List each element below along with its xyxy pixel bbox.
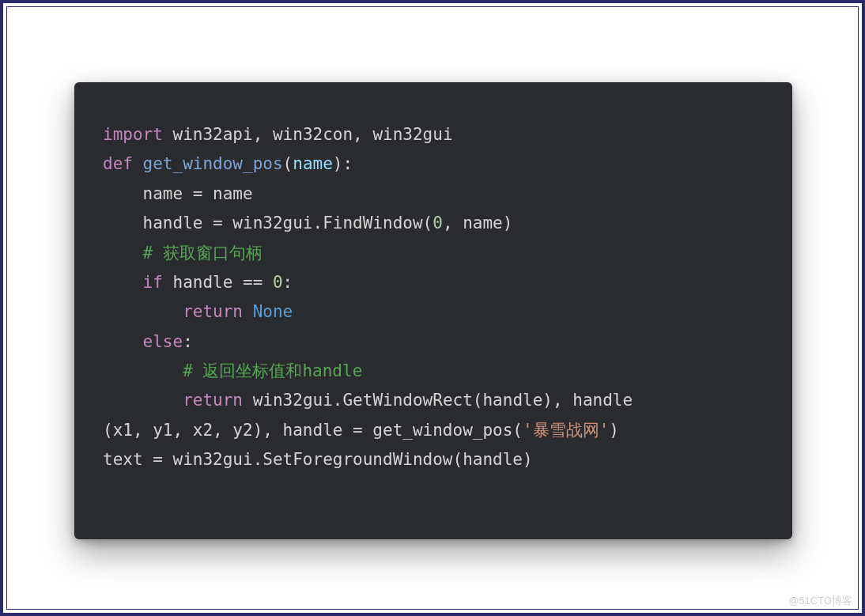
code-block: import win32api, win32con, win32gui def …: [103, 120, 764, 475]
code-token: def: [103, 154, 143, 173]
code-token: import: [103, 125, 173, 144]
code-token: win32gui.GetWindowRect(handle), handle: [253, 391, 633, 410]
code-token: name: [293, 154, 333, 173]
code-token: (x1, y1, x2, y2), handle = get_window_po…: [103, 421, 523, 440]
code-token: 0: [432, 214, 443, 232]
code-token: ): [609, 421, 619, 440]
code-token: :: [283, 273, 293, 292]
code-token: # 返回坐标值和handle: [183, 361, 362, 380]
code-token: [103, 244, 143, 263]
code-token: # 获取窗口句柄: [143, 244, 263, 263]
code-token: , name): [443, 214, 513, 232]
code-token: 0: [273, 273, 283, 292]
code-token: win32api, win32con, win32gui: [173, 125, 453, 144]
code-token: else: [143, 332, 183, 351]
code-token: return: [183, 302, 253, 321]
watermark: @51CTO博客: [788, 594, 852, 608]
code-token: name = name: [103, 184, 253, 203]
code-token: :: [183, 332, 193, 351]
code-token: None: [253, 302, 293, 321]
code-token: ):: [333, 154, 353, 173]
code-token: text = win32gui.SetForegroundWindow(hand…: [103, 450, 533, 469]
code-token: if: [143, 273, 173, 292]
code-token: handle ==: [173, 273, 273, 292]
code-token: [103, 332, 143, 351]
code-token: handle = win32gui.FindWindow(: [103, 214, 432, 232]
code-token: [103, 302, 183, 321]
code-token: (: [283, 154, 293, 173]
code-token: return: [183, 391, 253, 410]
code-token: '暴雪战网': [523, 421, 609, 440]
code-token: get_window_pos: [143, 154, 283, 173]
code-token: [103, 391, 183, 410]
code-window: import win32api, win32con, win32gui def …: [74, 82, 792, 539]
code-token: [103, 361, 183, 380]
code-token: [103, 273, 143, 292]
